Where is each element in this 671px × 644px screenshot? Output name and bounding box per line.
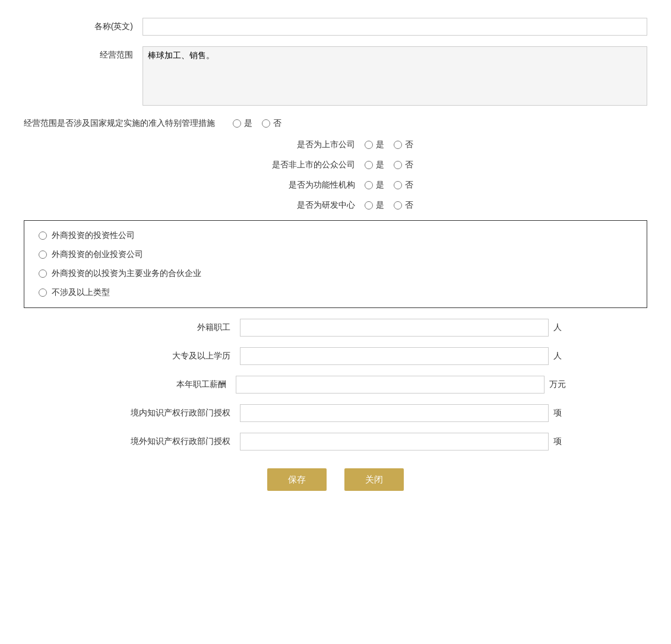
special-management-yes-label[interactable]: 是: [244, 118, 252, 129]
annual-salary-label: 本年职工薪酬: [105, 379, 236, 390]
not-applicable-item[interactable]: 不涉及以上类型: [39, 287, 632, 298]
annual-salary-row: 本年职工薪酬 万元: [24, 376, 647, 394]
rd-no-label[interactable]: 否: [405, 200, 413, 211]
non-listed-label: 是否非上市的公众公司: [258, 160, 365, 170]
non-listed-row: 是否非上市的公众公司 是 否: [24, 160, 647, 170]
non-listed-yes-label[interactable]: 是: [376, 160, 384, 170]
rd-center-label: 是否为研发中心: [258, 200, 365, 211]
close-button[interactable]: 关闭: [344, 468, 404, 491]
business-scope-row: 经营范围 棒球加工、销售。: [24, 46, 647, 107]
domestic-ip-label: 境内知识产权行政部门授权: [109, 408, 240, 418]
annual-salary-input[interactable]: [236, 376, 545, 394]
investment-company-radio[interactable]: [39, 231, 47, 240]
not-applicable-radio[interactable]: [39, 288, 47, 297]
non-listed-radio-group: 是 否: [365, 160, 413, 170]
special-management-no-item[interactable]: 否: [262, 118, 281, 129]
not-applicable-label[interactable]: 不涉及以上类型: [52, 287, 110, 298]
investment-company-item[interactable]: 外商投资的投资性公司: [39, 230, 632, 241]
foreign-ip-row: 境外知识产权行政部门授权 项: [24, 433, 647, 451]
foreign-ip-input[interactable]: [240, 433, 549, 451]
partnership-radio[interactable]: [39, 269, 47, 278]
non-listed-yes-item[interactable]: 是: [365, 160, 384, 170]
investment-type-section: 外商投资的投资性公司 外商投资的创业投资公司 外商投资的以投资为主要业务的合伙企…: [24, 220, 647, 308]
special-management-no-label[interactable]: 否: [273, 118, 281, 129]
save-button[interactable]: 保存: [267, 468, 327, 491]
special-management-row: 经营范围是否涉及国家规定实施的准入特别管理措施 是 否: [24, 118, 647, 129]
non-listed-no-item[interactable]: 否: [394, 160, 413, 170]
name-en-input[interactable]: [143, 18, 647, 36]
college-above-input[interactable]: [240, 347, 549, 365]
venture-capital-item[interactable]: 外商投资的创业投资公司: [39, 249, 632, 260]
business-scope-label: 经营范围: [24, 46, 143, 61]
special-management-yes-item[interactable]: 是: [233, 118, 252, 129]
rd-yes-item[interactable]: 是: [365, 200, 384, 211]
rd-no-item[interactable]: 否: [394, 200, 413, 211]
special-management-radio-group: 是 否: [233, 118, 281, 129]
partnership-item[interactable]: 外商投资的以投资为主要业务的合伙企业: [39, 268, 632, 279]
foreign-staff-unit: 人: [553, 322, 562, 333]
college-above-row: 大专及以上学历 人: [24, 347, 647, 365]
non-listed-yes-radio[interactable]: [365, 161, 373, 169]
foreign-staff-row: 外籍职工 人: [24, 319, 647, 337]
college-above-label: 大专及以上学历: [109, 351, 240, 361]
college-above-unit: 人: [553, 351, 562, 361]
listed-yes-item[interactable]: 是: [365, 139, 384, 150]
listed-company-label: 是否为上市公司: [258, 139, 365, 150]
non-listed-no-label[interactable]: 否: [405, 160, 413, 170]
business-scope-textarea[interactable]: 棒球加工、销售。: [143, 46, 647, 106]
listed-no-radio[interactable]: [394, 141, 402, 149]
business-scope-wrapper: 棒球加工、销售。: [143, 46, 647, 107]
special-management-no-radio[interactable]: [262, 119, 270, 128]
button-row: 保存 关闭: [24, 468, 647, 491]
functional-yes-item[interactable]: 是: [365, 180, 384, 191]
functional-no-item[interactable]: 否: [394, 180, 413, 191]
name-en-label: 各称(英文): [24, 21, 143, 32]
special-management-yes-radio[interactable]: [233, 119, 241, 128]
functional-no-radio[interactable]: [394, 181, 402, 189]
form-container: 各称(英文) 经营范围 棒球加工、销售。 经营范围是否涉及国家规定实施的准入特别…: [24, 12, 647, 497]
investment-company-label[interactable]: 外商投资的投资性公司: [52, 230, 135, 241]
listed-yes-label[interactable]: 是: [376, 139, 384, 150]
foreign-staff-label: 外籍职工: [109, 322, 240, 333]
foreign-staff-input[interactable]: [240, 319, 549, 337]
rd-center-row: 是否为研发中心 是 否: [24, 200, 647, 211]
partnership-label[interactable]: 外商投资的以投资为主要业务的合伙企业: [52, 268, 201, 279]
venture-capital-label[interactable]: 外商投资的创业投资公司: [52, 249, 143, 260]
rd-yes-radio[interactable]: [365, 201, 373, 210]
domestic-ip-unit: 项: [553, 408, 562, 418]
non-listed-no-radio[interactable]: [394, 161, 402, 169]
functional-yes-radio[interactable]: [365, 181, 373, 189]
functional-org-label: 是否为功能性机构: [258, 180, 365, 191]
listed-company-row: 是否为上市公司 是 否: [24, 139, 647, 150]
domestic-ip-input[interactable]: [240, 404, 549, 422]
rd-yes-label[interactable]: 是: [376, 200, 384, 211]
foreign-ip-label: 境外知识产权行政部门授权: [109, 436, 240, 447]
listed-yes-radio[interactable]: [365, 141, 373, 149]
special-management-label: 经营范围是否涉及国家规定实施的准入特别管理措施: [24, 118, 233, 129]
listed-company-radio-group: 是 否: [365, 139, 413, 150]
name-en-row: 各称(英文): [24, 18, 647, 36]
foreign-ip-unit: 项: [553, 436, 562, 447]
functional-no-label[interactable]: 否: [405, 180, 413, 191]
domestic-ip-row: 境内知识产权行政部门授权 项: [24, 404, 647, 422]
rd-no-radio[interactable]: [394, 201, 402, 210]
rd-center-radio-group: 是 否: [365, 200, 413, 211]
listed-no-item[interactable]: 否: [394, 139, 413, 150]
listed-no-label[interactable]: 否: [405, 139, 413, 150]
annual-salary-unit: 万元: [549, 379, 566, 390]
venture-capital-radio[interactable]: [39, 250, 47, 259]
functional-yes-label[interactable]: 是: [376, 180, 384, 191]
functional-org-row: 是否为功能性机构 是 否: [24, 180, 647, 191]
functional-org-radio-group: 是 否: [365, 180, 413, 191]
